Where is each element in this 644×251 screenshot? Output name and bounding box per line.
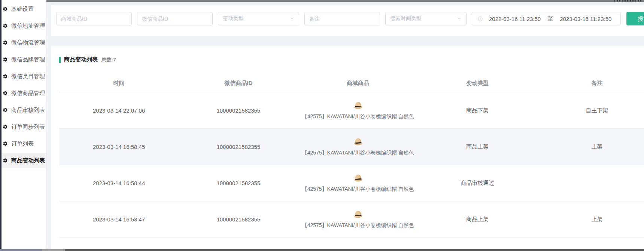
top-edge-remnant	[614, 0, 643, 1]
search-button[interactable]: 搜索	[626, 12, 644, 25]
cell-change-type: 商品上架	[418, 143, 537, 150]
cell-product: 【42575】KAWATANI/川谷小卷檐编织帽 自然色	[298, 138, 417, 156]
sidebar-item-label: 微信商品管理	[11, 90, 45, 97]
horizontal-scrollbar[interactable]	[0, 249, 644, 251]
gear-icon	[3, 124, 8, 129]
gear-icon	[3, 107, 8, 113]
clock-icon	[477, 16, 483, 22]
cell-wechat-id: 10000021582355	[179, 144, 298, 150]
cell-wechat-id: 10000021582355	[179, 180, 298, 186]
cell-remark: 上架	[537, 216, 644, 223]
mall-product-id-input[interactable]	[56, 12, 132, 25]
filter-row: 变动类型 搜索时间类型 2022-03-16 11:23:50 至 2023-0…	[51, 5, 644, 25]
sidebar-item[interactable]: 订单列表	[0, 136, 46, 151]
app-window: 基础设置 微信地址管理 微信物流管理 微信品牌管理 微信类目管理 微信商品管理	[0, 0, 644, 251]
column-header-wechat-id: 微信商品ID	[179, 80, 298, 87]
sidebar-item-label: 商品变动列表	[11, 157, 45, 164]
gear-icon	[3, 6, 8, 12]
product-name: 【42575】KAWATANI/川谷小卷檐编织帽 自然色	[302, 222, 414, 229]
panel-header: 商品变动列表 总数:7	[51, 46, 644, 63]
product-thumbnail-hat	[353, 210, 363, 219]
cell-time: 2023-03-14 16:58:45	[59, 144, 179, 150]
total-count: 总数:7	[101, 56, 116, 63]
sidebar-item-label: 商品审核列表	[11, 107, 45, 114]
panel-title: 商品变动列表	[64, 56, 98, 63]
sidebar-item[interactable]: 商品审核列表	[0, 102, 46, 117]
column-header-time: 时间	[59, 80, 179, 87]
product-name: 【42575】KAWATANI/川谷小卷檐编织帽 自然色	[302, 149, 414, 156]
table-row[interactable]: 2023-03-14 16:58:44 10000021582355 【4257…	[59, 165, 644, 201]
date-range-start: 2022-03-16 11:23:50	[489, 16, 541, 22]
sidebar-item[interactable]: 微信类目管理	[0, 69, 46, 84]
table-row[interactable]: 2023-03-14 16:53:47 10000021582355 【4257…	[59, 201, 644, 238]
change-type-select[interactable]: 变动类型	[218, 12, 299, 25]
table-header-row: 时间 微信商品ID 商城商品 变动类型 备注	[59, 74, 644, 92]
product-thumbnail-hat	[353, 101, 363, 110]
cell-time: 2023-03-14 22:07:06	[59, 107, 179, 114]
sidebar-item[interactable]: 订单同步列表	[0, 119, 46, 134]
remark-input[interactable]	[304, 12, 380, 25]
sidebar-item-label: 微信类目管理	[11, 73, 45, 80]
date-range-end: 2023-03-16 11:23:50	[560, 16, 611, 22]
column-header-change-type: 变动类型	[418, 80, 537, 87]
cell-change-type: 商品上架	[418, 216, 537, 223]
scrollbar-thumb[interactable]	[42, 249, 65, 251]
scrollbar-left-segment	[0, 249, 42, 251]
table-row[interactable]: 2023-03-14 22:07:06 10000021582355 【4257…	[59, 92, 644, 129]
search-time-type-select[interactable]: 搜索时间类型	[385, 12, 467, 25]
sidebar-item[interactable]: 微信地址管理	[0, 18, 46, 33]
product-thumbnail-hat	[353, 138, 363, 146]
cell-change-type: 商品审核通过	[418, 180, 537, 187]
sidebar-item-label: 订单列表	[11, 140, 34, 147]
cell-product: 【42575】KAWATANI/川谷小卷檐编织帽 自然色	[298, 101, 417, 120]
product-change-panel: 商品变动列表 总数:7 时间 微信商品ID 商城商品 变动类型 备注 2023-…	[51, 46, 644, 251]
sidebar-item-label: 微信地址管理	[11, 22, 45, 30]
cell-remark: 自主下架	[537, 107, 644, 114]
sidebar-item-label: 订单同步列表	[11, 123, 45, 131]
table-row[interactable]: 2023-03-14 16:58:45 10000021582355 【4257…	[59, 129, 644, 165]
change-type-placeholder: 变动类型	[223, 15, 244, 22]
cell-wechat-id: 10000021582355	[179, 107, 298, 114]
gear-icon	[3, 23, 8, 28]
gear-icon	[3, 158, 8, 163]
sidebar-item-label: 微信物流管理	[11, 39, 45, 46]
cell-remark: 上架	[537, 143, 644, 150]
gear-icon	[3, 141, 8, 146]
gear-icon	[3, 91, 8, 96]
column-header-product: 商城商品	[298, 80, 417, 87]
gear-icon	[3, 57, 8, 62]
clipped-left-edge	[0, 0, 1, 251]
product-thumbnail-hat	[353, 174, 363, 183]
column-header-remark: 备注	[537, 80, 644, 87]
cell-time: 2023-03-14 16:58:44	[59, 180, 179, 186]
cell-product: 【42575】KAWATANI/川谷小卷檐编织帽 自然色	[298, 210, 417, 229]
gear-icon	[3, 74, 8, 79]
cell-change-type: 商品下架	[418, 107, 537, 114]
table-body: 2023-03-14 22:07:06 10000021582355 【4257…	[59, 92, 644, 251]
chevron-down-icon	[290, 16, 294, 22]
date-range-picker[interactable]: 2022-03-16 11:23:50 至 2023-03-16 11:23:5…	[472, 12, 621, 25]
sidebar-item[interactable]: 商品变动列表	[0, 153, 46, 168]
sidebar-item[interactable]: 微信商品管理	[0, 86, 46, 101]
date-range-separator: 至	[547, 15, 553, 22]
wechat-product-id-input[interactable]	[137, 12, 213, 25]
title-marker	[59, 57, 61, 63]
sidebar: 基础设置 微信地址管理 微信物流管理 微信品牌管理 微信类目管理 微信商品管理	[0, 0, 46, 249]
cell-wechat-id: 10000021582355	[179, 216, 298, 223]
sidebar-item-label: 微信品牌管理	[11, 56, 45, 63]
product-name: 【42575】KAWATANI/川谷小卷檐编织帽 自然色	[302, 113, 414, 120]
product-name: 【42575】KAWATANI/川谷小卷檐编织帽 自然色	[302, 186, 414, 192]
chevron-down-icon	[457, 16, 462, 22]
sidebar-item[interactable]: 微信品牌管理	[0, 52, 46, 67]
cell-time: 2023-03-14 16:53:47	[59, 216, 179, 223]
clipped-top-edge	[46, 0, 644, 2]
sidebar-item[interactable]: 微信物流管理	[0, 35, 46, 50]
filter-panel: 变动类型 搜索时间类型 2022-03-16 11:23:50 至 2023-0…	[51, 5, 644, 36]
search-time-type-placeholder: 搜索时间类型	[390, 15, 422, 22]
sidebar-item-label: 基础设置	[11, 6, 34, 13]
cell-product: 【42575】KAWATANI/川谷小卷檐编织帽 自然色	[298, 174, 417, 192]
sidebar-item[interactable]: 基础设置	[0, 1, 46, 16]
gear-icon	[3, 40, 8, 45]
